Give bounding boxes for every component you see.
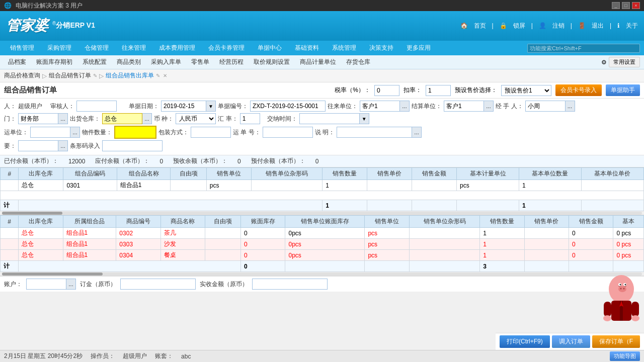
help-btn[interactable]: 单据助手 xyxy=(606,84,640,96)
payable-label: 已付余额（本币）： xyxy=(4,157,58,165)
actual-input[interactable] xyxy=(252,279,328,290)
sub-cell-code-3: 0304 xyxy=(116,250,160,261)
discount-input[interactable] xyxy=(426,85,451,96)
main-table-row-1[interactable]: 总仓 0301 组合品1 pcs 1 pcs 1 xyxy=(1,180,644,191)
nav-search-input[interactable] xyxy=(527,44,640,53)
function-map-btn[interactable]: 功能导图 xyxy=(610,351,640,361)
order-no-field xyxy=(250,101,326,112)
currency-select[interactable]: 人民币 xyxy=(176,113,216,124)
barcode-input[interactable] xyxy=(102,140,163,151)
ship-picker-btn[interactable]: … xyxy=(70,127,80,138)
toolbar-product-archive[interactable]: 品档案 xyxy=(4,57,30,67)
save-btn[interactable]: 保存订单（F xyxy=(592,335,640,348)
price-select[interactable]: 预设售价1 xyxy=(501,85,551,96)
sub-table-row-3[interactable]: 总仓 组合品1 0304 餐桌 0 0pcs pcs 1 0 0 pcs xyxy=(1,250,644,261)
settings-button[interactable]: 常用设置 xyxy=(609,57,640,67)
dept-input[interactable] xyxy=(18,113,58,124)
date-picker-btn[interactable]: ▼ xyxy=(206,101,216,112)
prepay-label: 预收余额（本币）： xyxy=(173,157,227,165)
note-picker-btn[interactable]: … xyxy=(412,127,422,138)
exchange-label: 汇 率： xyxy=(218,115,237,123)
nav-sales[interactable]: 销售管理 xyxy=(4,42,40,54)
toolbar-pricing[interactable]: 取价规则设置 xyxy=(250,57,294,67)
toolbar-account-stock[interactable]: 账面库存期初 xyxy=(32,57,76,67)
toolbar-product-category[interactable]: 商品类别 xyxy=(113,57,145,67)
account-input[interactable] xyxy=(26,279,66,290)
handler-picker-btn[interactable]: … xyxy=(566,101,575,112)
sub-cell-stock-2: 0 xyxy=(241,239,285,250)
order-no-input[interactable] xyxy=(250,101,326,112)
sub-table-row-2[interactable]: 总仓 组合品1 0303 沙发 0 0pcs pcs 1 0 0 pcs xyxy=(1,239,644,250)
sub-cell-num-2 xyxy=(1,239,19,250)
exchange-input[interactable] xyxy=(240,113,260,124)
note-input[interactable] xyxy=(337,127,412,138)
req-picker-btn[interactable]: … xyxy=(58,140,68,151)
import-btn[interactable]: 调入订单 xyxy=(552,335,590,348)
dept-label: 门： xyxy=(4,115,16,123)
about-link[interactable]: 关于 xyxy=(626,22,638,30)
nav-more[interactable]: 更多应用 xyxy=(400,42,437,54)
vip-btn[interactable]: 会员卡号录入 xyxy=(555,84,602,96)
status-account-value: abc xyxy=(181,353,191,360)
trade-time-field: ▼ xyxy=(299,113,369,124)
nav-basic[interactable]: 基础资料 xyxy=(289,42,325,54)
nav-purchase[interactable]: 采购管理 xyxy=(41,42,77,54)
sub-cell-unit-2: pcs xyxy=(365,239,409,250)
date-input[interactable] xyxy=(161,101,206,112)
qty-input[interactable] xyxy=(115,127,155,138)
minimize-btn[interactable]: _ xyxy=(612,2,620,9)
nav-transactions[interactable]: 往来管理 xyxy=(116,42,152,54)
account-picker-btn[interactable]: … xyxy=(66,279,76,290)
reviewer-input[interactable] xyxy=(76,101,117,112)
breadcrumb-combo-outbound[interactable]: 组合品销售出库单 xyxy=(106,71,154,80)
warehouse-input[interactable] xyxy=(102,113,142,124)
dept-picker-btn[interactable]: … xyxy=(58,113,68,124)
warehouse-picker-btn[interactable]: … xyxy=(142,113,152,124)
breadcrumb-combo-order[interactable]: 组合品销售订单 xyxy=(49,71,91,80)
col-combo-name: 组合品名称 xyxy=(117,168,170,180)
req-input[interactable] xyxy=(18,140,58,151)
sub-table-scrollbar[interactable] xyxy=(0,272,644,276)
lock-link[interactable]: 锁屏 xyxy=(513,22,525,30)
sub-total-price xyxy=(524,261,569,272)
nav-cost[interactable]: 成本费用管理 xyxy=(153,42,201,54)
ship-no-input[interactable] xyxy=(263,127,313,138)
ship-input[interactable] xyxy=(30,127,70,138)
main-table-scrollbar[interactable] xyxy=(0,211,644,215)
partner-input[interactable] xyxy=(360,101,400,112)
tax-input[interactable] xyxy=(374,85,399,96)
sub-cell-name-1: 茶几 xyxy=(160,228,205,239)
nav-warehouse[interactable]: 仓储管理 xyxy=(78,42,115,54)
nav-documents[interactable]: 单据中心 xyxy=(252,42,288,54)
sub-table-row-1[interactable]: 总仓 组合品1 0302 茶几 0 0pcs pcs 1 0 0 pcs xyxy=(1,228,644,239)
receivable-value: 0 xyxy=(159,158,163,165)
nav-decision[interactable]: 决策支持 xyxy=(363,42,399,54)
pack-input[interactable] xyxy=(191,127,231,138)
col-sku: 销售单位杂形码 xyxy=(251,168,322,180)
logout-link[interactable]: 注销 xyxy=(552,22,565,30)
settle-picker-btn[interactable]: … xyxy=(484,101,494,112)
close-btn[interactable]: × xyxy=(632,2,640,9)
form-row-3: 运单位： … 物件数量： 包装方式： 运 单 号： 说 明： … xyxy=(4,126,640,139)
order-amount-input[interactable] xyxy=(120,279,196,290)
home-link[interactable]: 首页 xyxy=(474,22,486,30)
toolbar-system-config[interactable]: 系统配置 xyxy=(78,57,111,67)
print-btn[interactable]: 打印(Ctrl+F9) xyxy=(500,335,550,348)
handler-input[interactable] xyxy=(525,101,566,112)
toolbar-warehouse[interactable]: 存货仓库 xyxy=(342,57,374,67)
nav-membership[interactable]: 会员卡券管理 xyxy=(202,42,251,54)
toolbar-uom[interactable]: 商品计量单位 xyxy=(296,57,340,67)
settle-input[interactable] xyxy=(444,101,484,112)
breadcrumb-close-btn[interactable]: ✕ xyxy=(163,73,167,78)
nav-system[interactable]: 系统管理 xyxy=(326,42,362,54)
trade-time-input[interactable] xyxy=(299,113,360,124)
trade-time-picker-btn[interactable]: ▼ xyxy=(360,113,369,124)
partner-picker-btn[interactable]: … xyxy=(400,101,410,112)
breadcrumb-price-query[interactable]: 商品价格查询 xyxy=(4,71,40,80)
maximize-btn[interactable]: □ xyxy=(622,2,630,9)
sub-cell-amount-1: 0 xyxy=(569,228,613,239)
toolbar-history[interactable]: 经营历程 xyxy=(215,57,248,67)
exit-link[interactable]: 退出 xyxy=(592,22,604,30)
toolbar-purchase-receipt[interactable]: 采购入库单 xyxy=(147,57,185,67)
toolbar-retail[interactable]: 零售单 xyxy=(187,57,213,67)
